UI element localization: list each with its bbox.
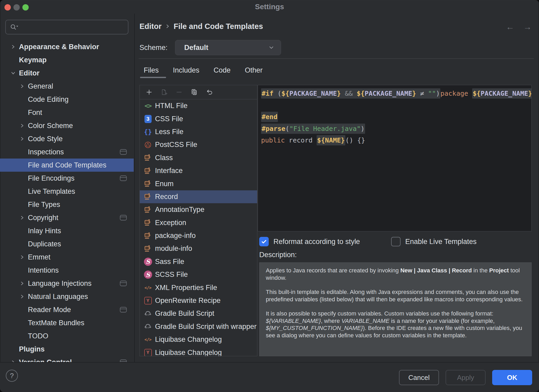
scheme-select[interactable]: Default: [175, 40, 281, 55]
description-panel: Applies to Java records that are created…: [259, 262, 532, 356]
template-item-label: module-info: [155, 245, 192, 253]
template-item-enum[interactable]: Enum: [140, 177, 257, 190]
sidebar-item-file-types[interactable]: File Types: [0, 198, 134, 211]
sidebar-item-inspections[interactable]: Inspections: [0, 145, 134, 159]
sidebar-item-file-and-code-templates[interactable]: File and Code Templates: [0, 159, 134, 172]
template-list-panel: <>HTML File3CSS File{}Less FilePostCSS F…: [139, 85, 257, 356]
title-bar: Settings: [0, 0, 539, 14]
yaml-file-icon: Y: [143, 348, 152, 356]
sidebar-item-copyright[interactable]: Copyright: [0, 211, 134, 224]
sidebar-item-duplicates[interactable]: Duplicates: [0, 237, 134, 251]
tab-files[interactable]: Files: [144, 65, 159, 78]
template-item-xml-properties-file[interactable]: </>XML Properties File: [140, 281, 257, 294]
tab-code[interactable]: Code: [214, 65, 231, 78]
chevron-right-icon: [19, 123, 25, 128]
sidebar-item-label: Editor: [19, 69, 39, 77]
template-item-sass-file[interactable]: SSass File: [140, 255, 257, 268]
template-item-scss-file[interactable]: SSCSS File: [140, 268, 257, 281]
sidebar-item-version-control[interactable]: Version Control: [0, 356, 134, 362]
settings-tree: Appearance & BehaviorKeymapEditorGeneral…: [0, 40, 134, 362]
sidebar-item-keymap[interactable]: Keymap: [0, 53, 134, 67]
add-button[interactable]: [146, 89, 153, 96]
sidebar-item-file-encodings[interactable]: File Encodings: [0, 172, 134, 185]
sidebar-item-language-injections[interactable]: Language Injections: [0, 277, 134, 290]
sidebar-item-label: Inspections: [28, 148, 64, 156]
tab-other[interactable]: Other: [245, 65, 263, 78]
template-item-label: Sass File: [155, 258, 184, 266]
sidebar-item-code-style[interactable]: Code Style: [0, 132, 134, 145]
help-button[interactable]: ?: [6, 370, 18, 382]
live-templates-label: Enable Live Templates: [405, 238, 477, 246]
template-item-gradle-build-script[interactable]: Gradle Build Script: [140, 307, 257, 320]
xml-file-icon: </>: [143, 283, 152, 292]
apply-button[interactable]: Apply: [446, 370, 486, 385]
sidebar-item-label: Code Editing: [28, 95, 69, 104]
chevron-right-icon: [19, 294, 25, 299]
sidebar-item-color-scheme[interactable]: Color Scheme: [0, 119, 134, 132]
sidebar-item-font[interactable]: Font: [0, 106, 134, 119]
sidebar-item-label: Natural Languages: [28, 293, 88, 301]
search-input[interactable]: [5, 20, 128, 34]
cancel-button[interactable]: Cancel: [399, 370, 439, 385]
template-item-less-file[interactable]: {}Less File: [140, 125, 257, 138]
sidebar-item-label: Font: [28, 109, 42, 117]
sidebar-item-intentions[interactable]: Intentions: [0, 264, 134, 277]
template-item-package-info[interactable]: package-info: [140, 229, 257, 242]
sidebar-item-emmet[interactable]: Emmet: [0, 251, 134, 264]
chevron-down-icon: [11, 70, 16, 76]
ok-button[interactable]: OK: [492, 370, 532, 385]
template-item-liquibase-changelog[interactable]: YLiquibase Changelog: [140, 346, 257, 356]
back-arrow-icon[interactable]: ←: [506, 23, 514, 31]
css-file-icon: 3: [143, 114, 152, 123]
project-settings-icon: [120, 215, 127, 221]
remove-button[interactable]: [176, 89, 183, 96]
template-code-editor[interactable]: #if (${PACKAGE_NAME} && ${PACKAGE_NAME} …: [258, 85, 532, 231]
template-item-module-info[interactable]: module-info: [140, 242, 257, 255]
template-item-annotationtype[interactable]: AnnotationType: [140, 203, 257, 216]
sidebar-item-natural-languages[interactable]: Natural Languages: [0, 290, 134, 303]
html-file-icon: <>: [143, 101, 152, 110]
sidebar-item-general[interactable]: General: [0, 80, 134, 93]
template-item-liquibase-changelog[interactable]: </>Liquibase Changelog: [140, 333, 257, 346]
gradle-icon: [143, 309, 152, 318]
template-item-interface[interactable]: Interface: [140, 164, 257, 177]
xml-file-icon: </>: [143, 335, 152, 344]
sidebar-item-appearance-behavior[interactable]: Appearance & Behavior: [0, 40, 134, 53]
template-item-exception[interactable]: Exception: [140, 216, 257, 229]
template-item-gradle-build-script-with-wrapper[interactable]: Gradle Build Script with wrapper: [140, 320, 257, 333]
java-class-icon: [143, 231, 152, 240]
sidebar-item-live-templates[interactable]: Live Templates: [0, 185, 134, 198]
template-item-css-file[interactable]: 3CSS File: [140, 112, 257, 125]
template-item-postcss-file[interactable]: PostCSS File: [140, 138, 257, 151]
template-tabs: FilesIncludesCodeOther: [144, 65, 263, 78]
sidebar-item-inlay-hints[interactable]: Inlay Hints: [0, 224, 134, 237]
sidebar-item-label: Version Control: [19, 358, 72, 362]
template-item-label: AnnotationType: [155, 206, 204, 214]
sidebar-item-plugins[interactable]: Plugins: [0, 343, 134, 356]
sidebar-item-textmate-bundles[interactable]: TextMate Bundles: [0, 316, 134, 329]
forward-arrow-icon[interactable]: →: [523, 23, 532, 31]
chevron-right-icon: [11, 44, 16, 49]
template-item-class[interactable]: Class: [140, 151, 257, 164]
chevron-down-icon: [268, 44, 275, 51]
sidebar-item-editor[interactable]: Editor: [0, 67, 134, 80]
sidebar-item-reader-mode[interactable]: Reader Mode: [0, 303, 134, 316]
template-item-label: PostCSS File: [155, 141, 197, 149]
template-item-openrewrite-recipe[interactable]: YOpenRewrite Recipe: [140, 294, 257, 307]
sidebar-item-label: TextMate Bundles: [28, 319, 84, 327]
project-settings-icon: [120, 307, 127, 313]
project-settings-icon: [120, 149, 127, 155]
sidebar-item-label: Appearance & Behavior: [19, 43, 99, 51]
create-from-template-button[interactable]: [161, 89, 168, 96]
sidebar-item-code-editing[interactable]: Code Editing: [0, 93, 134, 106]
breadcrumb-editor[interactable]: Editor: [139, 22, 162, 31]
duplicate-button[interactable]: [191, 89, 198, 96]
template-item-html-file[interactable]: <>HTML File: [140, 99, 257, 112]
sidebar-item-label: TODO: [28, 332, 48, 340]
template-item-record[interactable]: Record: [140, 190, 257, 203]
reset-to-default-button[interactable]: [206, 89, 213, 96]
live-templates-checkbox[interactable]: [391, 237, 401, 246]
tab-includes[interactable]: Includes: [173, 65, 199, 78]
sidebar-item-todo[interactable]: TODO: [0, 329, 134, 343]
reformat-checkbox[interactable]: [259, 237, 269, 246]
